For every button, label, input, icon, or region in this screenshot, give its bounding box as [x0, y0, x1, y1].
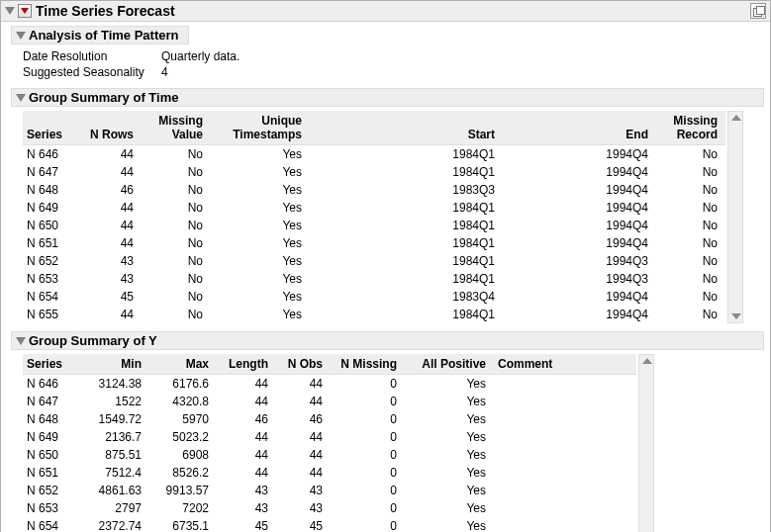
table-row[interactable]: N 6492136.75023.244440Yes	[23, 428, 636, 446]
cell-nmissing: 0	[331, 393, 405, 410]
table-row[interactable]: N 65445NoYes1983Q41994Q4No	[23, 288, 725, 306]
table-row[interactable]: N 64715224320.844440Yes	[23, 393, 636, 410]
cell-nobs: 43	[276, 482, 331, 499]
cell-max: 6908	[149, 446, 217, 464]
cell-nrows: 44	[82, 306, 142, 323]
cell-min: 3124.38	[80, 375, 149, 394]
table-row[interactable]: N 65144NoYes1984Q11994Q4No	[23, 234, 725, 252]
cell-missing-value: No	[142, 234, 211, 252]
cell-nrows: 44	[82, 199, 142, 217]
cell-nrows: 44	[82, 234, 142, 252]
col-length[interactable]: Length	[217, 354, 276, 375]
col-max[interactable]: Max	[149, 354, 217, 375]
disclosure-icon[interactable]	[16, 94, 26, 102]
cell-series: N 652	[23, 482, 80, 499]
table-row[interactable]: N 65544NoYes1984Q11994Q4No	[23, 306, 725, 323]
cell-missing-value: No	[142, 306, 211, 323]
table-row[interactable]: N 65243NoYes1984Q11994Q3No	[23, 252, 725, 270]
cell-series: N 647	[23, 393, 80, 410]
table-row[interactable]: N 65343NoYes1984Q11994Q3No	[23, 270, 725, 288]
cell-comment	[494, 464, 636, 482]
cell-comment	[494, 446, 636, 464]
table-row[interactable]: N 6532797720243430Yes	[23, 499, 636, 517]
cell-nmissing: 0	[331, 482, 405, 499]
cell-length: 44	[217, 393, 276, 410]
col-min[interactable]: Min	[80, 354, 149, 375]
section-header-time: Group Summary of Time	[11, 88, 764, 107]
table-header-row: Series N Rows MissingValue UniqueTimesta…	[23, 111, 725, 145]
scroll-up-icon	[731, 115, 741, 121]
table-row[interactable]: N 6517512.48526.244440Yes	[23, 464, 636, 482]
table-row[interactable]: N 6463124.386176.644440Yes	[23, 375, 636, 394]
cell-allpositive: Yes	[405, 464, 494, 482]
seasonality-value: 4	[161, 64, 168, 80]
cell-length: 43	[217, 482, 276, 499]
cell-nobs: 43	[276, 499, 331, 517]
analysis-body: Date Resolution Quarterly data. Suggeste…	[23, 48, 764, 80]
col-allpositive[interactable]: All Positive	[405, 354, 494, 375]
cell-series: N 654	[23, 288, 82, 306]
table-row[interactable]: N 64944NoYes1984Q11994Q4No	[23, 199, 725, 217]
cell-end: 1994Q4	[503, 181, 656, 199]
cell-start: 1984Q1	[310, 163, 503, 181]
col-start[interactable]: Start	[310, 111, 503, 145]
cell-length: 45	[217, 517, 276, 532]
table-row[interactable]: N 6481549.72597046460Yes	[23, 410, 636, 428]
col-nmissing[interactable]: N Missing	[331, 354, 405, 375]
cell-min: 875.51	[80, 446, 149, 464]
col-nrows[interactable]: N Rows	[82, 111, 142, 145]
cell-start: 1984Q1	[310, 199, 503, 217]
cell-comment	[494, 482, 636, 499]
cell-min: 4861.63	[80, 482, 149, 499]
cell-min: 2797	[80, 499, 149, 517]
table-row[interactable]: N 650875.51690844440Yes	[23, 446, 636, 464]
cell-missing-record: No	[656, 199, 725, 217]
section-title: Group Summary of Time	[29, 90, 178, 105]
cell-series: N 649	[23, 199, 82, 217]
cell-end: 1994Q4	[503, 288, 656, 306]
cell-length: 44	[217, 464, 276, 482]
main-title: Time Series Forecast	[36, 3, 175, 19]
col-missing-record[interactable]: MissingRecord	[656, 111, 725, 145]
table-row[interactable]: N 64644NoYes1984Q11994Q4No	[23, 145, 725, 164]
disclosure-icon[interactable]	[16, 32, 26, 40]
col-nobs[interactable]: N Obs	[276, 354, 331, 375]
scrollbar-vertical[interactable]	[638, 354, 654, 532]
scrollbar-vertical[interactable]	[727, 111, 743, 323]
col-unique-ts[interactable]: UniqueTimestamps	[211, 111, 310, 145]
cell-series: N 651	[23, 234, 82, 252]
cell-series: N 648	[23, 410, 80, 428]
disclosure-icon[interactable]	[5, 7, 15, 15]
cell-nmissing: 0	[331, 517, 405, 532]
cell-nobs: 44	[276, 393, 331, 410]
cell-missing-value: No	[142, 252, 211, 270]
cell-max: 8526.2	[149, 464, 217, 482]
table-row[interactable]: N 64744NoYes1984Q11994Q4No	[23, 163, 725, 181]
cell-nmissing: 0	[331, 410, 405, 428]
cell-min: 1522	[80, 393, 149, 410]
scroll-up-icon	[642, 358, 652, 364]
cell-unique-ts: Yes	[211, 306, 310, 323]
table-row[interactable]: N 64846NoYes1983Q31994Q4No	[23, 181, 725, 199]
cell-missing-value: No	[142, 199, 211, 217]
col-end[interactable]: End	[503, 111, 656, 145]
cell-missing-record: No	[656, 163, 725, 181]
col-comment[interactable]: Comment	[494, 354, 636, 375]
cell-nmissing: 0	[331, 428, 405, 446]
cell-nrows: 45	[82, 288, 142, 306]
table-row[interactable]: N 65044NoYes1984Q11994Q4No	[23, 217, 725, 234]
popout-button[interactable]	[750, 3, 766, 19]
report-menu-button[interactable]	[18, 4, 32, 18]
cell-unique-ts: Yes	[211, 145, 310, 164]
cell-nobs: 44	[276, 428, 331, 446]
cell-allpositive: Yes	[405, 446, 494, 464]
col-series[interactable]: Series	[23, 111, 82, 145]
col-series[interactable]: Series	[23, 354, 80, 375]
table-row[interactable]: N 6524861.639913.5743430Yes	[23, 482, 636, 499]
table-row[interactable]: N 6542372.746735.145450Yes	[23, 517, 636, 532]
cell-comment	[494, 410, 636, 428]
col-missing-value[interactable]: MissingValue	[142, 111, 211, 145]
disclosure-icon[interactable]	[16, 337, 26, 345]
cell-series: N 655	[23, 306, 82, 323]
cell-nmissing: 0	[331, 375, 405, 394]
